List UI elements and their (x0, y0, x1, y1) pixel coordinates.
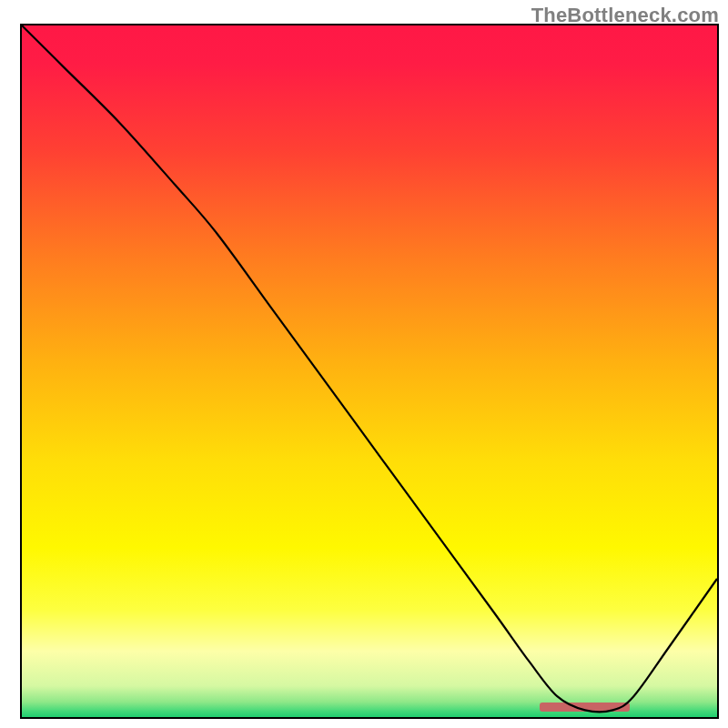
chart-plot-area (20, 24, 719, 719)
chart-curve (22, 25, 717, 717)
watermark-text: TheBottleneck.com (531, 4, 719, 27)
bottleneck-curve-path (22, 25, 717, 712)
